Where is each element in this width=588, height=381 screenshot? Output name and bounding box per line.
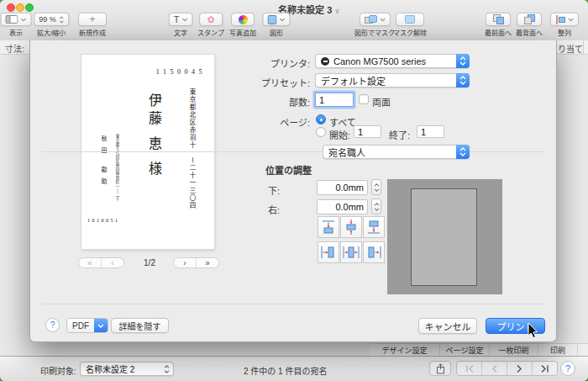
chevron-down-icon xyxy=(380,18,386,22)
close-button[interactable] xyxy=(7,3,15,12)
toolbar-item-front: 最前面へ xyxy=(485,13,512,37)
text-tool-icon: T xyxy=(174,15,180,24)
zoom-window-button[interactable] xyxy=(25,3,34,12)
print-dialog: 1150045 東京都北区赤羽十一ー二十一三〇四 伊藤 恵 様 東京都千代田区神… xyxy=(29,40,557,342)
share-icon xyxy=(436,363,445,374)
color-photo-icon xyxy=(239,15,248,24)
add-photo-button[interactable] xyxy=(231,13,255,26)
shape-button[interactable] xyxy=(263,13,291,26)
down-offset-stepper[interactable] xyxy=(371,179,381,195)
last-record-button[interactable] xyxy=(533,362,557,375)
send-to-back-button[interactable] xyxy=(517,13,542,26)
app-window: 名称未設定 3 ∨ 表示 99 % 拡大/縮小 + 新規作成 T xyxy=(0,0,588,381)
from-label: 開始: xyxy=(329,128,350,141)
position-section-title: 位置の調整 xyxy=(265,163,312,177)
record-count-text: 2 件中の 1 件目の宛名 xyxy=(244,364,327,377)
divider xyxy=(42,304,544,304)
preset-label: プリセット: xyxy=(261,76,310,89)
print-target-label: 印刷対象: xyxy=(40,364,76,377)
toolbar-item-back: 最背面へ xyxy=(516,13,543,37)
chevron-down-icon xyxy=(181,18,187,22)
page-range-radio[interactable] xyxy=(316,127,326,137)
tab-design-settings[interactable]: デザイン設定 xyxy=(370,344,440,357)
status-bar: 印刷対象: 名称未設定 2 2 件中の 1 件目の宛名 ? xyxy=(0,356,588,381)
previous-page-button[interactable]: ‹ xyxy=(102,258,123,267)
next-record-button[interactable] xyxy=(507,362,533,375)
page-back-group: « ‹ xyxy=(78,257,124,268)
new-button[interactable]: + xyxy=(78,13,107,26)
right-offset-input[interactable] xyxy=(317,199,368,214)
cancel-button[interactable]: キャンセル xyxy=(418,318,477,334)
send-back-icon xyxy=(523,14,535,24)
mask-with-shape-button[interactable] xyxy=(360,13,391,26)
toolbar-item-stamp: ✿ スタンプ xyxy=(197,13,224,37)
panes-icon xyxy=(6,15,18,24)
align-bottom-button[interactable] xyxy=(318,216,339,238)
bring-to-front-button[interactable] xyxy=(486,13,511,26)
settings-pane-select[interactable]: 宛名職人 xyxy=(323,145,470,159)
zoom-stepper[interactable]: 99 % xyxy=(34,13,69,26)
popup-stepper-icon xyxy=(456,73,470,87)
first-page-button[interactable]: « xyxy=(79,258,102,267)
hide-details-button[interactable]: 詳細を隠す xyxy=(111,318,169,333)
from-input[interactable] xyxy=(354,125,381,138)
align-button[interactable] xyxy=(550,13,579,26)
minimize-button[interactable] xyxy=(16,3,24,12)
bring-front-icon xyxy=(492,14,504,24)
toolbar-item-text: T 文字 xyxy=(169,13,193,37)
recipient-postal-code: 1150045 xyxy=(156,68,206,76)
text-tool-button[interactable]: T xyxy=(169,13,193,26)
next-page-button[interactable]: › xyxy=(174,258,197,267)
first-record-button[interactable] xyxy=(457,362,482,375)
dialog-help-button[interactable]: ? xyxy=(45,318,60,332)
record-nav-group xyxy=(456,361,558,376)
help-button[interactable]: ? xyxy=(560,361,575,376)
plus-icon: + xyxy=(89,14,95,24)
page-forward-group: › » xyxy=(173,257,219,268)
titlebar: 名称未設定 3 ∨ 表示 99 % 拡大/縮小 + 新規作成 T xyxy=(0,0,588,41)
align-vertical-center-button[interactable] xyxy=(340,216,362,238)
mode-tabs: デザイン設定 ページ設定 一枚印刷 印刷 xyxy=(370,343,588,357)
toolbar-item-align: 整列 xyxy=(550,13,579,37)
printer-select[interactable]: Canon MG7500 series xyxy=(315,54,470,68)
tab-single-print[interactable]: 一枚印刷 xyxy=(490,344,538,357)
unmask-button[interactable] xyxy=(396,13,424,26)
align-right-edge-button[interactable] xyxy=(318,241,339,263)
to-input[interactable] xyxy=(417,125,444,138)
tab-page-settings[interactable]: ページ設定 xyxy=(440,344,490,357)
pdf-menu-button[interactable]: PDF xyxy=(66,318,108,333)
align-horizontal-center-button[interactable] xyxy=(340,241,362,263)
stamp-button[interactable]: ✿ xyxy=(199,13,223,26)
align-left-edge-button[interactable] xyxy=(363,241,385,263)
preview-page xyxy=(411,188,477,286)
recipient-address: 東京都北区赤羽十一ー二十一三〇四 xyxy=(187,88,197,209)
preset-select[interactable]: デフォルト設定 xyxy=(315,73,470,87)
chevron-down-icon xyxy=(21,18,27,22)
all-pages-radio[interactable] xyxy=(316,114,326,124)
recipient-name: 伊藤 恵 様 xyxy=(144,93,164,179)
right-offset-stepper[interactable] xyxy=(371,198,381,214)
page-indicator: 1/2 xyxy=(138,258,161,267)
previous-record-button[interactable] xyxy=(482,362,507,375)
align-top-button[interactable] xyxy=(363,216,385,238)
updown-chevrons-icon xyxy=(164,364,170,374)
copies-input[interactable] xyxy=(315,93,354,107)
divider xyxy=(583,40,584,54)
duplex-checkbox[interactable] xyxy=(359,94,369,104)
title-chevron-icon[interactable]: ∨ xyxy=(334,7,340,15)
down-label: 下: xyxy=(268,183,280,197)
tab-print[interactable]: 印刷 xyxy=(538,344,578,357)
print-target-select[interactable]: 名称未設定 2 xyxy=(80,362,174,376)
last-page-button[interactable]: » xyxy=(197,258,218,267)
all-pages-label: すべて xyxy=(329,115,356,129)
share-button[interactable] xyxy=(429,361,451,376)
view-button[interactable] xyxy=(1,13,32,26)
toolbar-item-add-photo: 写真追加 xyxy=(229,13,256,37)
to-label: 終了: xyxy=(389,128,410,141)
blue-square-icon xyxy=(268,15,277,24)
popup-stepper-icon xyxy=(456,54,470,68)
align-icon xyxy=(555,15,565,24)
printer-status-icon xyxy=(321,57,329,66)
down-offset-input[interactable] xyxy=(317,180,368,195)
unmask-icon xyxy=(405,15,415,24)
